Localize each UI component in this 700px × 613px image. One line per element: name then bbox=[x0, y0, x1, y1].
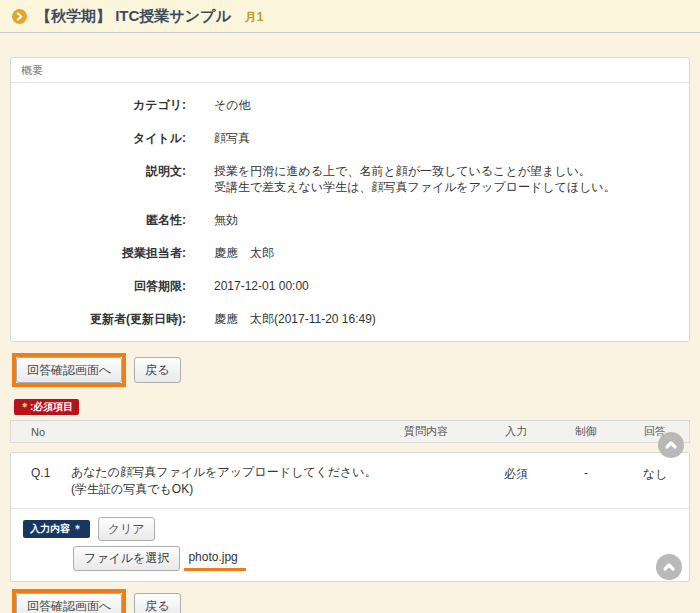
field-label: 説明文: bbox=[11, 163, 186, 195]
clear-button[interactable]: クリア bbox=[98, 517, 155, 541]
input-badge-row: 入力内容 ＊ クリア bbox=[23, 517, 677, 541]
field-value: 授業を円滑に進める上で、名前と顔が一致していることが望ましい。 受講生で差支えな… bbox=[214, 163, 616, 195]
question-table-header: No 質問内容 入力 制御 回答 bbox=[10, 420, 690, 443]
answer-input-section: 入力内容 ＊ クリア ファイルを選択 photo.jpg bbox=[11, 508, 689, 581]
question-row: Q.1 あなたの顔写真ファイルをアップロードしてください。 (学生証の写真でもO… bbox=[11, 453, 689, 508]
bottom-action-row: 回答確認画面へ 戻る bbox=[12, 589, 690, 613]
input-badge-label: 入力内容 bbox=[30, 523, 70, 534]
field-row-title: タイトル: 顔写真 bbox=[11, 130, 689, 146]
field-label: 匿名性: bbox=[11, 212, 186, 228]
field-value: その他 bbox=[214, 97, 251, 113]
question-line-1: あなたの顔写真ファイルをアップロードしてください。 bbox=[71, 464, 481, 481]
overview-panel-title: 概要 bbox=[11, 58, 689, 83]
field-value: 慶應 太郎 bbox=[214, 245, 274, 261]
back-button[interactable]: 戻る bbox=[134, 357, 180, 383]
field-row-instructor: 授業担当者: 慶應 太郎 bbox=[11, 245, 689, 261]
required-text: :必須項目 bbox=[30, 401, 73, 412]
field-label: 回答期限: bbox=[11, 278, 186, 294]
confirm-answer-button[interactable]: 回答確認画面へ bbox=[16, 593, 122, 613]
top-action-row: 回答確認画面へ 戻る bbox=[12, 353, 690, 387]
field-row-category: カテゴリ: その他 bbox=[11, 97, 689, 113]
field-row-deadline: 回答期限: 2017-12-01 00:00 bbox=[11, 278, 689, 294]
chevron-up-icon bbox=[664, 438, 678, 452]
overview-panel: 概要 カテゴリ: その他 タイトル: 顔写真 説明文: 授業を円滑に進める上で、… bbox=[10, 57, 690, 342]
file-upload-row: ファイルを選択 photo.jpg bbox=[73, 546, 677, 571]
scroll-to-top-button[interactable] bbox=[656, 554, 682, 580]
field-label: タイトル: bbox=[11, 130, 186, 146]
field-value: 2017-12-01 00:00 bbox=[214, 278, 309, 294]
field-value: 慶應 太郎(2017-11-20 16:49) bbox=[214, 311, 376, 327]
column-header-content: 質問内容 bbox=[71, 424, 481, 439]
annotation-highlight-box: 回答確認画面へ bbox=[12, 589, 126, 613]
field-label: 更新者(更新日時): bbox=[11, 311, 186, 327]
field-label: カテゴリ: bbox=[11, 97, 186, 113]
back-button[interactable]: 戻る bbox=[134, 593, 180, 613]
question-content: あなたの顔写真ファイルをアップロードしてください。 (学生証の写真でもOK) bbox=[71, 464, 481, 498]
required-note-badge: ＊:必須項目 bbox=[14, 399, 79, 415]
field-row-updated: 更新者(更新日時): 慶應 太郎(2017-11-20 16:49) bbox=[11, 311, 689, 327]
selected-file-name: photo.jpg bbox=[184, 549, 245, 571]
course-title: 【秋学期】 ITC授業サンプル bbox=[36, 7, 231, 26]
description-line-2: 受講生で差支えない学生は、顔写真ファイルをアップロードしてほしい。 bbox=[214, 179, 616, 195]
column-header-control: 制御 bbox=[551, 424, 621, 439]
main-content: 概要 カテゴリ: その他 タイトル: 顔写真 説明文: 授業を円滑に進める上で、… bbox=[0, 33, 700, 613]
question-line-2: (学生証の写真でもOK) bbox=[71, 481, 481, 498]
column-header-input: 入力 bbox=[481, 424, 551, 439]
question-table-body: Q.1 あなたの顔写真ファイルをアップロードしてください。 (学生証の写真でもO… bbox=[10, 452, 690, 582]
question-control: - bbox=[551, 464, 621, 498]
required-star: ＊ bbox=[20, 401, 30, 412]
course-period-badge: 月1 bbox=[245, 7, 264, 26]
field-label: 授業担当者: bbox=[11, 245, 186, 261]
field-value: 無効 bbox=[214, 212, 238, 228]
input-badge-star: ＊ bbox=[73, 523, 83, 534]
field-row-description: 説明文: 授業を円滑に進める上で、名前と顔が一致していることが望ましい。 受講生… bbox=[11, 163, 689, 195]
question-number: Q.1 bbox=[11, 464, 71, 498]
chevron-right-circle-icon bbox=[12, 9, 27, 24]
overview-panel-body: カテゴリ: その他 タイトル: 顔写真 説明文: 授業を円滑に進める上で、名前と… bbox=[11, 83, 689, 341]
course-header-band: 【秋学期】 ITC授業サンプル 月1 bbox=[0, 0, 700, 33]
question-input-type: 必須 bbox=[481, 464, 551, 498]
field-value: 顔写真 bbox=[214, 130, 250, 146]
annotation-highlight-box: 回答確認画面へ bbox=[12, 353, 126, 387]
scroll-to-top-button[interactable] bbox=[658, 432, 684, 458]
confirm-answer-button[interactable]: 回答確認画面へ bbox=[16, 357, 122, 383]
file-select-button[interactable]: ファイルを選択 bbox=[73, 546, 180, 571]
input-content-badge: 入力内容 ＊ bbox=[23, 520, 90, 538]
question-answer-status: なし bbox=[621, 464, 689, 498]
field-row-anonymity: 匿名性: 無効 bbox=[11, 212, 689, 228]
column-header-no: No bbox=[11, 426, 71, 438]
chevron-up-icon bbox=[662, 560, 676, 574]
description-line-1: 授業を円滑に進める上で、名前と顔が一致していることが望ましい。 bbox=[214, 163, 616, 179]
